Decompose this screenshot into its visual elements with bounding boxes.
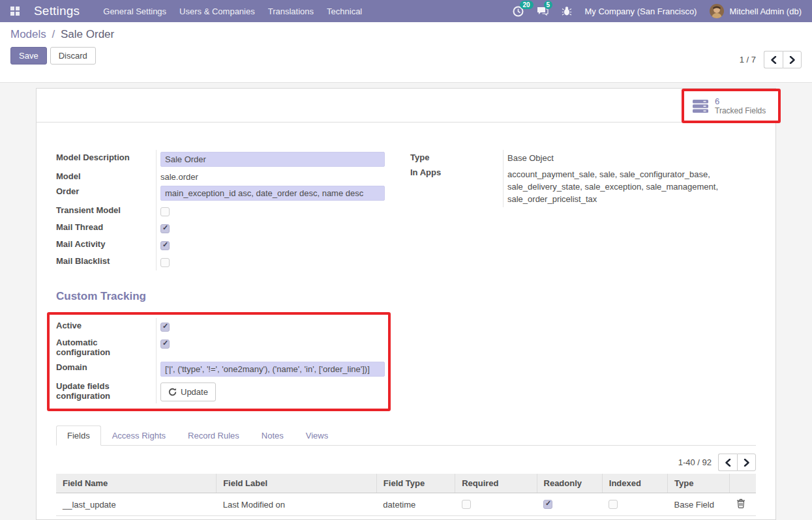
activities-icon[interactable]: 20 [513,6,524,17]
header-field-label[interactable]: Field Label [217,474,377,493]
model-description-label: Model Description [56,150,156,169]
mail-thread-checkbox[interactable] [160,224,170,233]
model-label: Model [56,169,156,184]
update-button-label: Update [181,386,208,397]
breadcrumb-current: Sale Order [61,28,114,40]
fields-pager-value[interactable]: 1-40 / 92 [678,457,712,467]
in-apps-label: In Apps [410,165,503,207]
tab-views[interactable]: Views [295,426,339,446]
tab-record-rules[interactable]: Record Rules [177,426,250,446]
header-type[interactable]: Type [668,474,730,493]
messages-badge: 5 [544,1,553,9]
content-area: 6 Tracked Fields Model Description [0,88,812,520]
cell-type[interactable]: Base Field [668,493,730,516]
breadcrumb-separator: / [52,28,55,40]
app-title: Settings [34,4,80,18]
model-form-group: Model Description Model sale.order Order [56,150,392,270]
custom-tracking-group: Active Automatic configuration Domain Up… [56,318,388,403]
tab-notes[interactable]: Notes [250,426,295,446]
cell-field-name[interactable]: __last_update [56,493,217,516]
header-required[interactable]: Required [455,474,537,493]
mail-blacklist-checkbox[interactable] [160,258,170,267]
header-readonly[interactable]: Readonly [537,474,602,493]
cell-indexed-checkbox[interactable] [609,500,618,509]
active-checkbox[interactable] [160,323,170,332]
transient-model-checkbox[interactable] [160,207,170,216]
tracked-fields-button[interactable]: 6 Tracked Fields [684,91,778,121]
control-panel: Models / Sale Order Save Discard 1 / 7 [0,22,812,83]
model-value: sale.order [160,171,392,182]
mail-activity-label: Mail Activity [56,237,156,253]
bug-icon[interactable] [562,6,572,16]
type-label: Type [410,150,503,165]
form-sheet: 6 Tracked Fields Model Description [36,88,776,520]
delete-row-icon[interactable] [736,498,745,508]
active-label: Active [56,318,156,335]
tab-access-rights[interactable]: Access Rights [101,426,177,446]
automatic-configuration-label: Automatic configuration [56,335,156,360]
menu-users-companies[interactable]: Users & Companies [173,0,262,22]
transient-model-label: Transient Model [56,203,156,220]
user-menu[interactable]: Mitchell Admin (db) [710,4,802,18]
order-input[interactable] [160,186,385,201]
update-button[interactable]: Update [160,383,216,401]
type-form-group: Type Base Object In Apps account_payment… [410,150,756,207]
table-row[interactable]: __last_update Last Modified on datetime … [56,493,756,516]
cell-required-checkbox[interactable] [462,500,471,509]
order-label: Order [56,184,156,203]
stat-button-row: 6 Tracked Fields [37,89,775,123]
messages-icon[interactable]: 5 [537,6,549,16]
menu-translations[interactable]: Translations [262,0,320,22]
header-delete-column [730,474,756,493]
fields-pager-previous-icon[interactable] [718,454,737,471]
menu-technical[interactable]: Technical [320,0,368,22]
fields-table: Field Name Field Label Field Type Requir… [56,474,756,516]
save-button[interactable]: Save [10,47,47,65]
user-name: Mitchell Admin (db) [729,7,802,16]
tracked-fields-label: Tracked Fields [715,106,766,115]
pager-next-icon[interactable] [783,51,802,68]
mail-activity-checkbox[interactable] [160,241,170,250]
tracked-fields-icon [692,99,709,113]
header-field-name[interactable]: Field Name [56,474,217,493]
user-avatar [710,4,724,18]
tab-fields[interactable]: Fields [56,426,101,446]
tracked-fields-count: 6 [715,96,766,106]
domain-label: Domain [56,360,156,379]
update-fields-configuration-label: Update fields configuration [56,379,156,403]
top-navbar: Settings General Settings Users & Compan… [0,0,812,22]
cell-field-type[interactable]: datetime [376,493,455,516]
model-description-input[interactable] [160,152,385,167]
company-menu[interactable]: My Company (San Francisco) [585,7,697,16]
menu-general-settings[interactable]: General Settings [97,0,173,22]
header-indexed[interactable]: Indexed [602,474,667,493]
activities-badge: 20 [520,1,534,9]
fields-pager-next-icon[interactable] [737,454,756,471]
mail-thread-label: Mail Thread [56,220,156,237]
in-apps-value: account_payment_sale, sale, sale_configu… [507,167,756,205]
refresh-icon [168,388,177,396]
breadcrumb-models-link[interactable]: Models [10,28,46,40]
automatic-configuration-checkbox[interactable] [160,339,170,349]
type-value: Base Object [507,152,756,163]
fields-table-header: Field Name Field Label Field Type Requir… [56,474,756,493]
cell-readonly-checkbox[interactable] [543,500,552,509]
record-pager-value[interactable]: 1 / 7 [740,55,756,65]
tracked-fields-annotation-box: 6 Tracked Fields [682,89,781,123]
pager-previous-icon[interactable] [764,51,783,68]
discard-button[interactable]: Discard [50,47,96,65]
main-menu: General Settings Users & Companies Trans… [97,0,368,22]
apps-menu-icon[interactable] [7,7,23,16]
domain-input[interactable] [160,362,385,377]
breadcrumb: Models / Sale Order [10,28,802,41]
custom-tracking-heading: Custom Tracking [56,290,756,303]
notebook-tabs: Fields Access Rights Record Rules Notes … [56,426,756,446]
header-field-type[interactable]: Field Type [376,474,455,493]
custom-tracking-annotation-box: Active Automatic configuration Domain Up… [47,312,391,411]
mail-blacklist-label: Mail Blacklist [56,253,156,270]
cell-field-label[interactable]: Last Modified on [217,493,377,516]
